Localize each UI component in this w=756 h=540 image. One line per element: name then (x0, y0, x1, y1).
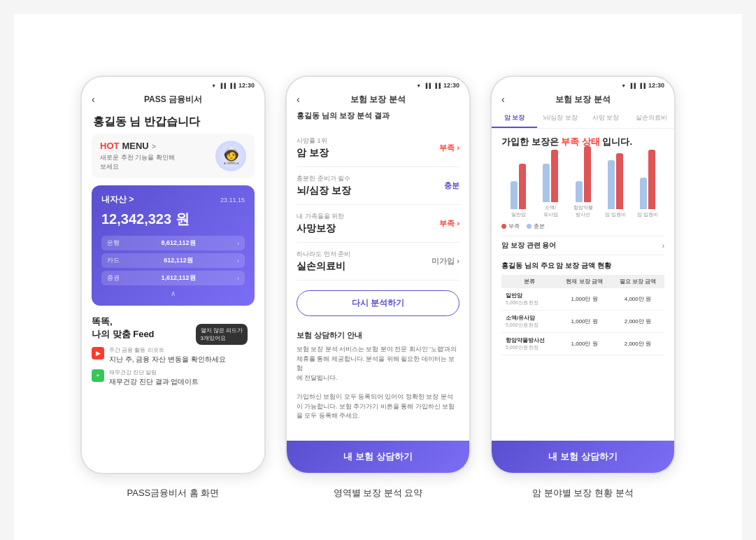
death-name: 사망보장 (297, 222, 344, 235)
phone3-label: 암 분야별 보장 현황 분석 (532, 487, 633, 499)
analysis-medical-left: 하나라도 먼저 준비 실손의료비 (297, 250, 350, 273)
legend-sufficient-label: 충분 (534, 222, 545, 230)
table-body: 일반암5,000만원 한정 1,000만 원 4,000만 원 소액/유사암5,… (501, 288, 664, 355)
asset-rows: 은행 8,612,112원 › 카드 612,112원 › 증권 (101, 236, 245, 285)
card-label: 카드 (107, 256, 120, 265)
table-title: 홍길동 님의 주요 암 보장 금액 현황 (501, 261, 664, 271)
health-icon: + (92, 369, 104, 382)
back-button2[interactable]: ‹ (297, 94, 300, 105)
td-chemo-category: 항암약물방사선5,000만원 한정 (501, 333, 557, 355)
back-button[interactable]: ‹ (92, 94, 95, 105)
tab-brain[interactable]: 뇌/심장 보장 (537, 109, 583, 128)
legend-dot-red (501, 224, 506, 229)
feed-item-weekly-content: 주간 금융 활동 리포트 지난 주, 금융 자산 변동을 확인하세요 (109, 346, 226, 364)
battery-icon3: ▐▐ (639, 83, 646, 88)
phone2-bottom-btn[interactable]: 내 보험 상담하기 (287, 441, 469, 473)
asset-row-securities[interactable]: 증권 1,612,112원 › (101, 271, 245, 285)
asset-row-bank[interactable]: 은행 8,612,112원 › (101, 236, 245, 250)
signal-icon3: ▐▐ (629, 83, 636, 88)
coverage-table: 분류 현재 보장 금액 필요 보장 금액 일반암5,000만원 한정 1,000… (501, 275, 664, 355)
bar-red-minor (551, 150, 558, 202)
reanalyze-button[interactable]: 다시 분석하기 (297, 290, 459, 316)
greeting-text: 홍길동 님 반갑습니다 (82, 109, 264, 134)
health-tag: 재무건강 진단 알림 (109, 369, 199, 376)
phone2-wrapper: ▼ ▐▐ ▐▐ 12:30 ‹ 보험 보장 분석 홍길동 님의 보장 분석 결과 (285, 76, 471, 499)
hot-menu-banner[interactable]: HOT MENU > 새로운 추천 기능을 확인해 보세요 🧑‍🚀 (92, 134, 255, 178)
securities-arrow: › (237, 275, 239, 282)
asset-row-card[interactable]: 카드 612,112원 › (101, 253, 245, 268)
phone1-time: 12:30 (238, 82, 255, 89)
securities-value: 1,612,112원 (161, 273, 195, 283)
phone3-wrapper: ▼ ▐▐ ▐▐ 12:30 ‹ 보험 보장 분석 암 보장 뇌/심장 보장 (490, 76, 676, 499)
phone3: ▼ ▐▐ ▐▐ 12:30 ‹ 보험 보장 분석 암 보장 뇌/심장 보장 (490, 76, 676, 474)
chart-legend: 부족 충분 (501, 222, 664, 230)
tab-cancer[interactable]: 암 보장 (492, 109, 537, 128)
analysis-brain[interactable]: 충분한 준비가 필수 뇌/심장 보장 충분 (297, 167, 459, 205)
bar-group-minor: 소액/유사암 (536, 150, 564, 218)
analysis-cancer[interactable]: 사망률 1위 암 보장 부족 › (297, 129, 459, 167)
hot-menu-subtitle: 새로운 추천 기능을 확인해 보세요 (100, 153, 175, 171)
brain-status: 충분 (444, 180, 459, 191)
brain-label-small: 충분한 준비가 필수 (297, 174, 351, 183)
consult-info-section: 보험 상담하기 안내 보험 보장 분석 서비스는 보험 분야 전문 회사인 '노… (297, 323, 459, 428)
feed-notification-bubble: 열지 않은 피드가3개있어요 (196, 324, 248, 345)
bar-group-chemo: 항암약물방사선 (569, 146, 597, 218)
menu-arrow: > (152, 142, 156, 150)
weekly-text: 지난 주, 금융 자산 변동을 확인하세요 (109, 355, 226, 364)
td-chemo-needed: 2,000만 원 (611, 333, 664, 355)
hot-menu-title: HOT MENU > (100, 141, 175, 151)
bar-blue-general (511, 181, 518, 209)
back-button3[interactable]: ‹ (501, 94, 505, 105)
table-row-chemo: 항암약물방사선5,000만원 한정 1,000만 원 2,000만 원 (501, 333, 664, 355)
phone3-content: ‹ 보험 보장 분석 암 보장 뇌/심장 보장 사망 보장 실손의료비 (492, 91, 674, 473)
bar-group-hosp: 암 입원비 (601, 153, 629, 218)
tab-medical[interactable]: 실손의료비 (629, 109, 674, 128)
bar-label-minor: 소액/유사암 (543, 204, 558, 218)
bar-blue-minor (543, 164, 550, 202)
phone3-header: ‹ 보험 보장 분석 (492, 91, 674, 105)
feed-item-health[interactable]: + 재무건강 진단 알림 재무건강 진단 결과 업데이트 (92, 369, 255, 387)
analysis-cancer-left: 사망률 1위 암 보장 (297, 136, 329, 159)
asset-card[interactable]: 내자산 > 23.11.15 12,342,323 원 은행 8,612,112… (92, 185, 255, 306)
bar-pair-chemo (576, 146, 591, 202)
phone2-time: 12:30 (443, 82, 459, 89)
bank-label: 은행 (107, 239, 120, 248)
tab-death[interactable]: 사망 보장 (583, 109, 629, 128)
phone2: ▼ ▐▐ ▐▐ 12:30 ‹ 보험 보장 분석 홍길동 님의 보장 분석 결과 (285, 76, 471, 474)
bar-blue-hosp2 (640, 178, 647, 209)
asset-expand-icon[interactable]: ∧ (101, 290, 245, 297)
bar-pair-hosp (608, 153, 623, 209)
bar-group-general: 일반암 (504, 164, 532, 218)
phone1-title: PASS 금융비서 (144, 94, 202, 106)
phones-row: ▼ ▐▐ ▐▐ 12:30 ‹ PASS 금융비서 홍길동 님 반갑습니다 (80, 76, 676, 499)
death-status: 부족 › (439, 218, 459, 229)
analysis-cancer-top: 사망률 1위 암 보장 부족 › (297, 136, 459, 159)
tab-bar: 암 보장 뇌/심장 보장 사망 보장 실손의료비 (492, 109, 674, 129)
phone1: ▼ ▐▐ ▐▐ 12:30 ‹ PASS 금융비서 홍길동 님 반갑습니다 (80, 76, 266, 474)
wifi-icon: ▼ (211, 83, 216, 88)
card-value: 612,112원 (164, 256, 193, 265)
cancer-keywords[interactable]: 암 보장 관련 용어 › (501, 236, 664, 255)
phone2-header: ‹ 보험 보장 분석 (287, 91, 469, 111)
legend-insufficient: 부족 (501, 222, 520, 230)
analysis-medical[interactable]: 하나라도 먼저 준비 실손의료비 미가입 › (297, 243, 459, 280)
phone2-content: 홍길동 님의 보장 분석 결과 사망률 1위 암 보장 부족 › (287, 111, 469, 441)
analysis-death[interactable]: 내 가족들을 위한 사망보장 부족 › (297, 205, 459, 243)
phone2-body: ‹ 보험 보장 분석 홍길동 님의 보장 분석 결과 (287, 91, 469, 473)
analysis-user: 홍길동 님의 보장 분석 결과 (297, 111, 459, 121)
consult-info-title: 보험 상담하기 안내 (297, 330, 459, 341)
phone3-bottom-btn[interactable]: 내 보험 상담하기 (492, 441, 674, 473)
bar-blue-hosp (608, 160, 615, 209)
asset-amount: 12,342,323 원 (101, 210, 245, 229)
weekly-report-icon: ▶ (92, 347, 104, 360)
bar-label-chemo: 항암약물방사선 (573, 204, 593, 218)
consult-info-text: 보험 보장 분석 서비스는 보험 분야 전문 회사인 '노랩'과의 제휴를 통해… (297, 345, 459, 421)
table-row-minor: 소액/유사암5,000만원 한정 1,000만 원 2,000만 원 (501, 311, 664, 333)
analysis-brain-top: 충분한 준비가 필수 뇌/심장 보장 충분 (297, 174, 459, 197)
phone1-status-bar: ▼ ▐▐ ▐▐ 12:30 (82, 77, 264, 91)
wifi-icon3: ▼ (621, 83, 626, 88)
td-general-category: 일반암5,000만원 한정 (501, 288, 557, 311)
cancer-name: 암 보장 (297, 147, 329, 159)
feed-item-weekly[interactable]: ▶ 주간 금융 활동 리포트 지난 주, 금융 자산 변동을 확인하세요 (92, 346, 255, 364)
bank-value: 8,612,112원 (161, 239, 195, 248)
